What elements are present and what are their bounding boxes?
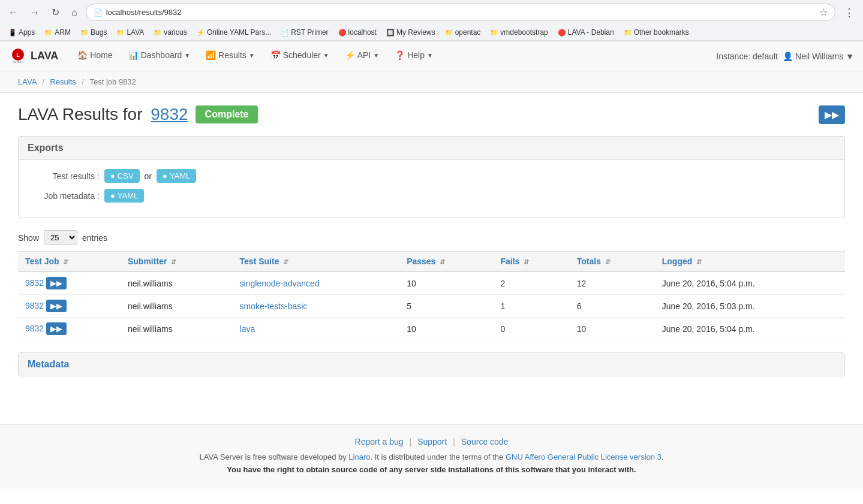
test-suite-link-1[interactable]: singlenode-advanced	[240, 279, 320, 288]
source-code-link[interactable]: Source code	[461, 437, 509, 446]
title-prefix: LAVA Results for	[18, 105, 143, 123]
bookmark-my-reviews[interactable]: 🔲 My Reviews	[383, 27, 439, 38]
bookmark-lava-debian[interactable]: 🔴 LAVA - Debian	[554, 27, 618, 38]
bookmark-star-icon[interactable]: ☆	[819, 7, 828, 18]
cell-suite-3: lava	[233, 318, 400, 340]
cell-submitter-3: neil.williams	[121, 318, 233, 340]
bookmark-bugs[interactable]: 📁 Bugs	[77, 27, 110, 38]
row2-skip-button[interactable]: ▶▶	[46, 300, 67, 312]
sort-fails-icon: ⇵	[524, 258, 529, 265]
bookmark-localhost[interactable]: 🔴 localhost	[335, 27, 380, 38]
vmdebootstrap-icon: 📁	[490, 29, 498, 37]
bookmark-yaml-parser[interactable]: ⚡ Online YAML Pars...	[193, 27, 275, 38]
yaml-export-button[interactable]: ● YAML	[157, 169, 196, 183]
forward-button[interactable]: →	[26, 6, 43, 19]
row3-skip-button[interactable]: ▶▶	[46, 322, 67, 335]
test-job-link-2[interactable]: 9832	[25, 301, 44, 310]
row1-skip-button[interactable]: ▶▶	[46, 277, 67, 289]
linaro-link[interactable]: Linaro	[348, 452, 370, 461]
col-submitter-label: Submitter	[128, 256, 167, 266]
csv-icon: ●	[110, 171, 115, 180]
entries-label: entries	[82, 233, 107, 243]
cell-logged-3: June 20, 2016, 5:04 p.m.	[655, 318, 845, 340]
dashboard-icon: 📊	[128, 50, 139, 60]
job-metadata-label: Job metadata :	[28, 191, 100, 201]
nav-api[interactable]: ⚡ API ▼	[338, 42, 386, 70]
home-button[interactable]: ⌂	[68, 6, 81, 19]
test-job-link-3[interactable]: 9832	[25, 324, 44, 333]
nav-scheduler[interactable]: 📅 Scheduler ▼	[263, 42, 336, 70]
cell-totals-3: 10	[570, 318, 655, 340]
report-bug-link[interactable]: Report a bug	[355, 437, 404, 446]
back-button[interactable]: ←	[5, 6, 22, 19]
cell-submitter-2: neil.williams	[121, 295, 233, 318]
user-icon: 👤	[783, 52, 793, 61]
test-job-link-1[interactable]: 9832	[25, 278, 44, 288]
breadcrumb-current: Test job 9832	[89, 77, 136, 86]
col-test-suite[interactable]: Test Suite ⇵	[233, 252, 400, 272]
license-link[interactable]: GNU Affero General Public License versio…	[506, 452, 661, 461]
bookmark-lava[interactable]: 📁 LAVA	[113, 27, 148, 38]
table-row: 9832 ▶▶ neil.williams singlenode-advance…	[18, 271, 845, 295]
footer-sep1: |	[410, 437, 412, 446]
yaml2-export-button[interactable]: ● YAML	[104, 189, 144, 203]
breadcrumb-sep1: /	[42, 77, 44, 86]
col-passes[interactable]: Passes ⇵	[399, 252, 493, 272]
bookmark-vmdebootstrap[interactable]: 📁 vmdebootstrap	[486, 27, 551, 38]
entries-per-page-select[interactable]: 10 25 50 100	[44, 230, 77, 245]
breadcrumb-lava-link[interactable]: LAVA	[18, 77, 37, 86]
cell-passes-1: 10	[399, 271, 493, 295]
col-logged[interactable]: Logged ⇵	[655, 252, 845, 272]
nav-results[interactable]: 📶 Results ▼	[199, 42, 262, 70]
bookmark-rst-primer[interactable]: 📄 RST Primer	[277, 27, 332, 38]
nav-help-label: Help	[407, 50, 425, 60]
skip-to-end-button[interactable]: ▶▶	[819, 105, 845, 124]
cell-test-job-3: 9832 ▶▶	[18, 318, 121, 340]
user-caret-icon: ▼	[846, 52, 854, 61]
bookmark-various[interactable]: 📁 various	[150, 27, 191, 38]
job-number-link[interactable]: 9832	[151, 105, 188, 123]
scheduler-icon: 📅	[270, 50, 281, 60]
test-suite-link-2[interactable]: smoke-tests-basic	[240, 301, 308, 311]
nav-help[interactable]: ❓ Help ▼	[387, 42, 440, 70]
or-text: or	[145, 171, 152, 181]
page-title: LAVA Results for 9832	[18, 105, 188, 124]
help-caret-icon: ▼	[427, 52, 433, 59]
show-label: Show	[18, 233, 39, 243]
bookmark-bugs-label: Bugs	[91, 28, 107, 37]
col-fails[interactable]: Fails ⇵	[493, 252, 569, 272]
fails-2: 1	[500, 301, 505, 311]
metadata-header[interactable]: Metadata	[19, 353, 844, 376]
support-link[interactable]: Support	[417, 437, 447, 446]
lava-brand[interactable]: L debian LAVA	[9, 47, 58, 65]
col-submitter[interactable]: Submitter ⇵	[121, 252, 233, 272]
col-passes-label: Passes	[407, 256, 435, 266]
browser-menu-button[interactable]: ⋮	[840, 5, 858, 20]
table-header-row: Test Job ⇵ Submitter ⇵ Test Suite ⇵ Pass…	[18, 252, 845, 272]
localhost-icon: 🔴	[338, 29, 347, 37]
opentac-icon: 📁	[445, 29, 453, 37]
page-lock-icon: 📄	[94, 8, 103, 17]
csv-export-button[interactable]: ● CSV	[104, 169, 140, 183]
col-totals-label: Totals	[577, 256, 601, 266]
bookmark-apps[interactable]: 📱 Apps	[5, 27, 38, 38]
page-footer: Report a bug | Support | Source code LAV…	[0, 424, 863, 488]
bookmark-arm-label: ARM	[55, 28, 71, 37]
totals-3: 10	[577, 324, 587, 334]
bookmark-rst-primer-label: RST Primer	[291, 28, 328, 37]
nav-dashboard[interactable]: 📊 Dashboard ▼	[121, 42, 197, 70]
user-menu[interactable]: 👤 Neil Williams ▼	[783, 52, 854, 61]
nav-home[interactable]: 🏠 Home	[70, 42, 119, 70]
bookmark-arm[interactable]: 📁 ARM	[41, 27, 74, 38]
col-totals[interactable]: Totals ⇵	[570, 252, 655, 272]
url-input[interactable]	[106, 8, 816, 17]
bookmark-other[interactable]: 📁 Other bookmarks	[620, 27, 693, 38]
col-test-job[interactable]: Test Job ⇵	[18, 252, 121, 272]
rst-primer-icon: 📄	[281, 29, 289, 37]
bookmark-opentac[interactable]: 📁 opentac	[441, 27, 485, 38]
reload-button[interactable]: ↻	[48, 5, 63, 19]
user-label: Neil Williams	[795, 52, 843, 61]
bookmark-vmdebootstrap-label: vmdebootstrap	[500, 28, 548, 37]
test-suite-link-3[interactable]: lava	[240, 324, 255, 334]
breadcrumb-results-link[interactable]: Results	[50, 77, 76, 86]
